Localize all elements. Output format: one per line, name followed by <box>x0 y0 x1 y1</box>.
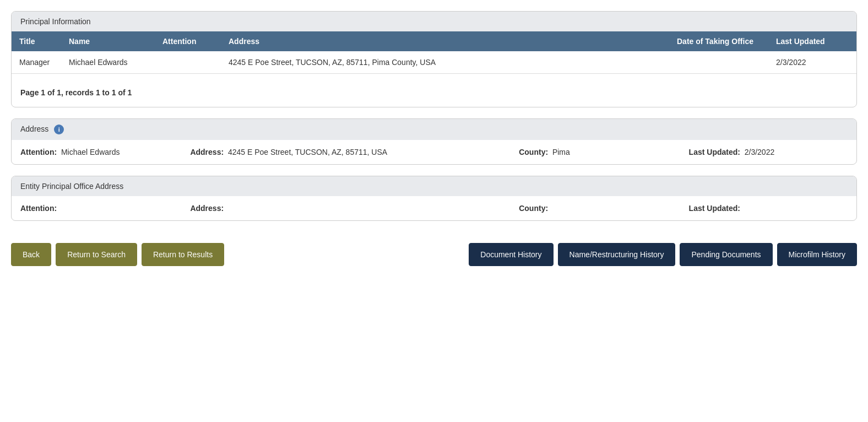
cell-title: Manager <box>12 51 61 74</box>
entity-attention: Attention: <box>20 204 179 213</box>
info-icon[interactable]: i <box>54 125 64 134</box>
bottom-bar: Back Return to Search Return to Results … <box>11 237 857 272</box>
address-grid: Attention: Michael Edwards Address: 4245… <box>12 140 856 164</box>
entity-county: County: <box>519 204 677 213</box>
entity-section: Entity Principal Office Address Attentio… <box>11 176 857 221</box>
address-section: Address i Attention: Michael Edwards Add… <box>11 118 857 165</box>
entity-last-updated: Last Updated: <box>689 204 848 213</box>
table-header-row: Title Name Attention Address Date of Tak… <box>12 31 856 51</box>
entity-row: Attention: Address: County: Last Updated… <box>12 196 856 220</box>
entity-address: Address: <box>190 204 508 213</box>
address-county-label: County: <box>519 148 548 156</box>
right-buttons: Document History Name/Restructuring Hist… <box>469 243 857 266</box>
document-history-button[interactable]: Document History <box>469 243 553 266</box>
cell-name: Michael Edwards <box>61 51 155 74</box>
address-attention-value: Michael Edwards <box>61 148 120 156</box>
col-header-last-updated: Last Updated <box>768 31 856 51</box>
col-header-attention: Attention <box>155 31 221 51</box>
address-title: Address <box>20 125 48 133</box>
back-button[interactable]: Back <box>11 243 51 266</box>
address-attention: Attention: Michael Edwards <box>20 148 179 156</box>
pagination-container: Page 1 of 1, records 1 to 1 of 1 <box>12 74 856 107</box>
microfilm-history-button[interactable]: Microfilm History <box>777 243 857 266</box>
name-restructuring-history-button[interactable]: Name/Restructuring History <box>558 243 676 266</box>
cell-address: 4245 E Poe Street, TUCSON, AZ, 85711, Pi… <box>221 51 669 74</box>
entity-title: Entity Principal Office Address <box>20 182 123 191</box>
table-row: Manager Michael Edwards 4245 E Poe Stree… <box>12 51 856 74</box>
principal-information-title: Principal Information <box>20 17 91 26</box>
entity-county-label: County: <box>519 204 548 213</box>
address-attention-label: Attention: <box>20 148 57 156</box>
col-header-name: Name <box>61 31 155 51</box>
entity-header: Entity Principal Office Address <box>12 176 856 196</box>
principal-information-section: Principal Information Title Name Attenti… <box>11 11 857 107</box>
cell-attention <box>155 51 221 74</box>
principal-information-header: Principal Information <box>12 12 856 31</box>
cell-date-taking-office <box>669 51 768 74</box>
entity-address-label: Address: <box>190 204 224 213</box>
col-header-title: Title <box>12 31 61 51</box>
address-street-value: 4245 E Poe Street, TUCSON, AZ, 85711, US… <box>228 148 387 156</box>
address-county: County: Pima <box>519 148 677 156</box>
pending-documents-button[interactable]: Pending Documents <box>680 243 772 266</box>
return-to-search-button[interactable]: Return to Search <box>56 243 137 266</box>
address-header: Address i <box>12 119 856 140</box>
left-buttons: Back Return to Search Return to Results <box>11 243 224 266</box>
address-street: Address: 4245 E Poe Street, TUCSON, AZ, … <box>190 148 508 156</box>
address-last-updated-label: Last Updated: <box>689 148 740 156</box>
cell-last-updated: 2/3/2022 <box>768 51 856 74</box>
address-county-value: Pima <box>552 148 570 156</box>
address-last-updated: Last Updated: 2/3/2022 <box>689 148 848 156</box>
pagination-text: Page 1 of 1, records 1 to 1 of 1 <box>20 82 848 99</box>
entity-last-updated-label: Last Updated: <box>689 204 740 213</box>
return-to-results-button[interactable]: Return to Results <box>142 243 224 266</box>
principal-table: Title Name Attention Address Date of Tak… <box>12 31 856 74</box>
col-header-date: Date of Taking Office <box>669 31 768 51</box>
entity-attention-label: Attention: <box>20 204 57 213</box>
address-last-updated-value: 2/3/2022 <box>745 148 775 156</box>
col-header-address: Address <box>221 31 669 51</box>
address-street-label: Address: <box>190 148 224 156</box>
